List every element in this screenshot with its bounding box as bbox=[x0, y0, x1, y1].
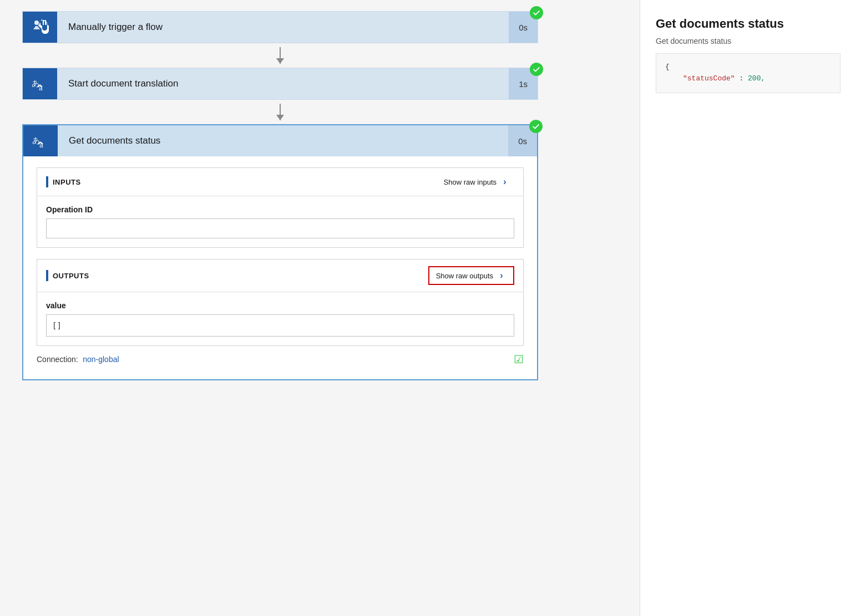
arrow-line-1 bbox=[280, 47, 281, 64]
inputs-section: INPUTS Show raw inputs › Operation ID bbox=[37, 167, 524, 248]
connection-info: Connection: non-global bbox=[37, 354, 119, 364]
right-panel-code: { "statusCode" : 200, bbox=[656, 53, 840, 93]
code-open-brace: { bbox=[665, 63, 670, 71]
inputs-section-bar bbox=[46, 176, 48, 187]
svg-point-0 bbox=[34, 21, 39, 25]
translate-step-badge bbox=[530, 63, 543, 76]
translate-step: あ a Start document translation 1s bbox=[22, 68, 538, 100]
trigger-step-badge bbox=[530, 6, 543, 19]
connection-link[interactable]: non-global bbox=[83, 355, 119, 364]
inputs-header-left: INPUTS bbox=[46, 176, 81, 187]
operation-id-label: Operation ID bbox=[46, 205, 514, 214]
code-colon: : bbox=[739, 74, 743, 83]
trigger-step: Manually trigger a flow 0s bbox=[22, 11, 538, 43]
show-raw-outputs-button[interactable]: Show raw outputs › bbox=[428, 266, 514, 285]
outputs-section: OUTPUTS Show raw outputs › value [] bbox=[37, 259, 524, 346]
status-step-expanded: あ a Get documents status 0s INPUTS bbox=[22, 124, 538, 380]
show-raw-outputs-chevron: › bbox=[497, 271, 506, 281]
inputs-section-body: Operation ID bbox=[37, 196, 523, 247]
trigger-step-icon bbox=[23, 12, 57, 43]
show-raw-inputs-button[interactable]: Show raw inputs › bbox=[439, 175, 514, 189]
outputs-title: OUTPUTS bbox=[53, 272, 89, 280]
status-step-label: Get documents status bbox=[58, 125, 508, 156]
translate-step-icon: あ a bbox=[23, 68, 57, 99]
code-status-key: "statusCode" bbox=[683, 74, 735, 83]
arrow-line-2 bbox=[280, 104, 281, 120]
status-step-body: INPUTS Show raw inputs › Operation ID bbox=[23, 167, 537, 379]
outputs-header-left: OUTPUTS bbox=[46, 270, 89, 281]
outputs-section-header: OUTPUTS Show raw outputs › bbox=[37, 259, 523, 292]
right-panel: Get documents status Get documents statu… bbox=[640, 0, 856, 616]
inputs-title: INPUTS bbox=[53, 178, 81, 186]
value-content: [] bbox=[46, 314, 514, 337]
connection-label: Connection: bbox=[37, 355, 78, 364]
value-label: value bbox=[46, 301, 514, 310]
show-raw-inputs-label: Show raw inputs bbox=[444, 178, 497, 186]
show-raw-inputs-chevron: › bbox=[500, 177, 510, 187]
translate-step-label: Start document translation bbox=[57, 68, 509, 99]
connection-check-icon: ☑ bbox=[514, 353, 524, 366]
right-panel-subtitle: Get documents status bbox=[656, 37, 840, 45]
right-panel-title: Get documents status bbox=[656, 17, 840, 31]
outputs-section-body: value [] bbox=[37, 292, 523, 345]
outputs-section-bar bbox=[46, 270, 48, 281]
status-step-badge bbox=[529, 120, 543, 133]
show-raw-outputs-label: Show raw outputs bbox=[436, 272, 493, 280]
arrow-2 bbox=[22, 100, 538, 124]
inputs-section-header: INPUTS Show raw inputs › bbox=[37, 168, 523, 196]
code-status-value: 200, bbox=[748, 74, 765, 83]
status-step-icon: あ a bbox=[23, 125, 58, 156]
connection-row: Connection: non-global ☑ bbox=[37, 346, 524, 366]
arrow-1 bbox=[22, 43, 538, 68]
operation-id-input[interactable] bbox=[46, 218, 514, 238]
trigger-step-label: Manually trigger a flow bbox=[57, 12, 509, 43]
status-step-header: あ a Get documents status 0s bbox=[23, 125, 537, 156]
